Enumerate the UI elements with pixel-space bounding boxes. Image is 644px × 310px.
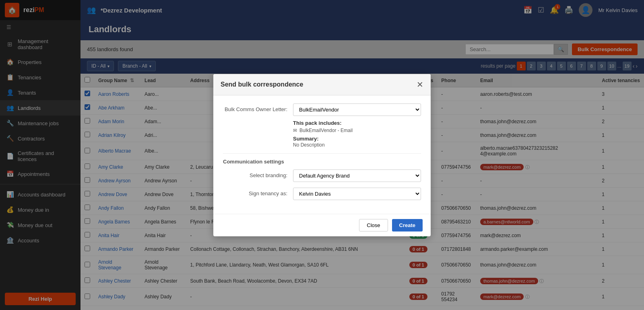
create-button[interactable]: Create	[392, 219, 423, 231]
branding-select[interactable]: Default Agency Brand	[293, 169, 421, 182]
pack-item: ✉ BulkEmailVendor - Email	[293, 128, 421, 133]
close-button[interactable]: Close	[359, 219, 388, 231]
bulk-comms-select[interactable]: BulkEmailVendor	[293, 103, 421, 116]
modal-footer: Close Create	[213, 214, 431, 236]
modal-close-button[interactable]: ✕	[417, 80, 423, 89]
summary-label: Summary:	[293, 136, 319, 142]
pack-includes-title: This pack includes:	[293, 120, 421, 126]
modal-overlay[interactable]: Send bulk correspondence ✕ Bulk Comms Ow…	[0, 0, 644, 310]
modal-title: Send bulk correspondence	[221, 81, 303, 88]
sign-as-label: Sign tenancy as:	[223, 188, 287, 196]
summary-value: No Description	[293, 142, 325, 148]
sign-as-row: Sign tenancy as: Kelvin Davies	[223, 188, 421, 200]
modal-header: Send bulk correspondence ✕	[213, 74, 431, 95]
bulk-comms-row: Bulk Comms Owner Letter: BulkEmailVendor…	[223, 103, 421, 148]
sign-as-select[interactable]: Kelvin Davies	[293, 188, 421, 200]
email-icon: ✉	[293, 128, 297, 133]
branding-label: Select branding:	[223, 169, 287, 178]
pack-info: This pack includes: ✉ BulkEmailVendor - …	[293, 120, 421, 148]
bulk-comms-label: Bulk Comms Owner Letter:	[223, 103, 287, 112]
summary-section: Summary: No Description	[293, 136, 421, 148]
modal-body: Bulk Comms Owner Letter: BulkEmailVendor…	[213, 95, 431, 214]
comm-settings-section-label: Communication settings	[223, 153, 421, 165]
branding-row: Select branding: Default Agency Brand	[223, 169, 421, 182]
bulk-correspondence-modal: Send bulk correspondence ✕ Bulk Comms Ow…	[213, 74, 431, 236]
